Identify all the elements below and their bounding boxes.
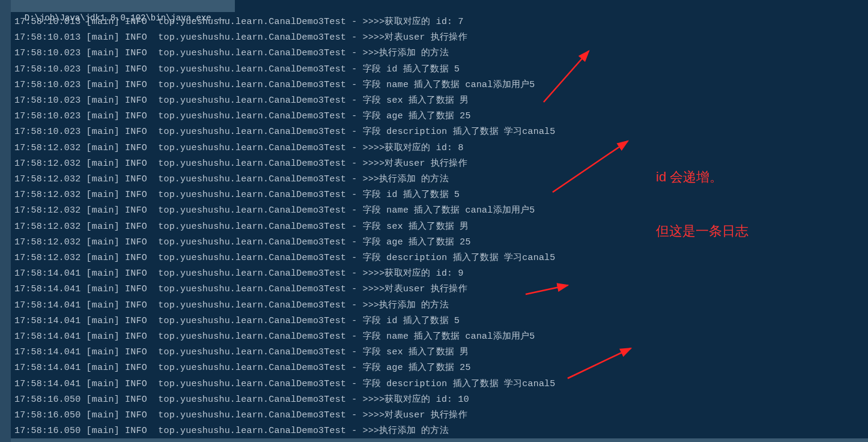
editor-gutter bbox=[0, 0, 11, 442]
log-line: 17:58:14.041 [main] INFO top.yueshushu.l… bbox=[14, 313, 868, 329]
log-line: 17:58:14.041 [main] INFO top.yueshushu.l… bbox=[14, 266, 868, 282]
log-line: 17:58:10.023 [main] INFO top.yueshushu.l… bbox=[14, 124, 868, 140]
log-line: 17:58:10.023 [main] INFO top.yueshushu.l… bbox=[14, 62, 868, 77]
log-line: 17:58:14.041 [main] INFO top.yueshushu.l… bbox=[14, 345, 868, 360]
log-line: 17:58:12.032 [main] INFO top.yueshushu.l… bbox=[14, 172, 868, 187]
log-line: 17:58:12.032 [main] INFO top.yueshushu.l… bbox=[14, 203, 868, 219]
log-line: 17:58:10.013 [main] INFO top.yueshushu.l… bbox=[14, 30, 868, 46]
process-header: D:\job\Java\jdk1.8.0_102\bin\java.exe ..… bbox=[11, 0, 235, 12]
log-line: 17:58:12.032 [main] INFO top.yueshushu.l… bbox=[14, 156, 868, 172]
log-line: 17:58:10.023 [main] INFO top.yueshushu.l… bbox=[14, 77, 868, 93]
log-line: 17:58:16.050 [main] INFO top.yueshushu.l… bbox=[14, 423, 868, 439]
log-line: 17:58:12.032 [main] INFO top.yueshushu.l… bbox=[14, 187, 868, 203]
log-line: 17:58:16.050 [main] INFO top.yueshushu.l… bbox=[14, 392, 868, 408]
log-line: 17:58:14.041 [main] INFO top.yueshushu.l… bbox=[14, 360, 868, 376]
log-line: 17:58:16.050 [main] INFO top.yueshushu.l… bbox=[14, 408, 868, 423]
horizontal-scrollbar[interactable] bbox=[11, 438, 868, 442]
annotation-id-increment: id 会递增。 bbox=[656, 168, 723, 186]
log-line: 17:58:12.032 [main] INFO top.yueshushu.l… bbox=[14, 250, 868, 266]
log-line: 17:58:14.041 [main] INFO top.yueshushu.l… bbox=[14, 377, 868, 392]
log-line: 17:58:14.041 [main] INFO top.yueshushu.l… bbox=[14, 329, 868, 345]
log-line: 17:58:10.013 [main] INFO top.yueshushu.l… bbox=[14, 14, 868, 30]
log-line: 17:58:14.041 [main] INFO top.yueshushu.l… bbox=[14, 282, 868, 297]
log-line: 17:58:10.023 [main] INFO top.yueshushu.l… bbox=[14, 93, 868, 109]
log-line: 17:58:12.032 [main] INFO top.yueshushu.l… bbox=[14, 141, 868, 156]
log-line: 17:58:10.023 [main] INFO top.yueshushu.l… bbox=[14, 46, 868, 61]
annotation-single-log: 但这是一条日志 bbox=[656, 222, 748, 240]
log-line: 17:58:10.023 [main] INFO top.yueshushu.l… bbox=[14, 109, 868, 124]
log-line: 17:58:14.041 [main] INFO top.yueshushu.l… bbox=[14, 298, 868, 313]
